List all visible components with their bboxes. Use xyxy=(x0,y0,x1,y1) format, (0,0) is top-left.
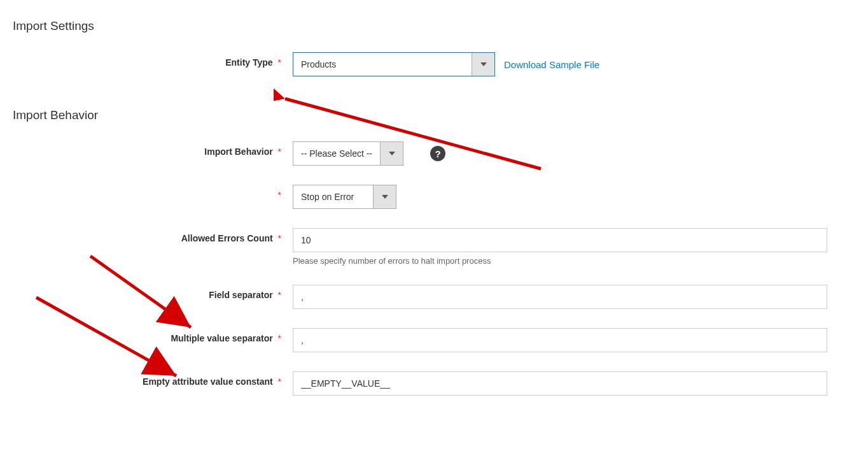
required-mark: * xyxy=(278,333,281,343)
allowed-errors-hint: Please specify number of errors to halt … xyxy=(293,256,827,266)
import-behavior-dropdown-button[interactable] xyxy=(380,142,403,165)
label-multiple-separator: Multiple value separator * xyxy=(13,328,293,343)
import-behavior-select[interactable]: -- Please Select -- xyxy=(293,141,403,166)
import-behavior-value: -- Please Select -- xyxy=(293,142,380,165)
required-mark: * xyxy=(278,290,281,300)
caret-down-icon xyxy=(389,152,395,155)
label-error-strategy: * xyxy=(13,185,293,200)
caret-down-icon xyxy=(382,195,388,199)
download-sample-link[interactable]: Download Sample File xyxy=(504,59,599,70)
required-mark: * xyxy=(278,57,281,68)
caret-down-icon xyxy=(480,62,487,66)
required-mark: * xyxy=(278,190,281,200)
empty-attr-input[interactable] xyxy=(293,371,827,396)
field-separator-input[interactable] xyxy=(293,285,827,309)
required-mark: * xyxy=(278,376,281,387)
label-field-separator: Field separator * xyxy=(13,285,293,300)
section-title-import-settings: Import Settings xyxy=(13,19,853,33)
label-allowed-errors: Allowed Errors Count * xyxy=(13,228,293,243)
multiple-separator-input[interactable] xyxy=(293,328,827,352)
error-strategy-value: Stop on Error xyxy=(293,185,373,208)
label-import-behavior: Import Behavior * xyxy=(13,141,293,157)
required-mark: * xyxy=(278,147,281,157)
allowed-errors-input[interactable] xyxy=(293,228,827,252)
label-empty-attr: Empty attribute value constant * xyxy=(13,371,293,387)
entity-type-select[interactable]: Products xyxy=(293,52,495,76)
section-title-import-behavior: Import Behavior xyxy=(13,108,853,122)
error-strategy-select[interactable]: Stop on Error xyxy=(293,185,396,209)
label-entity-type: Entity Type * xyxy=(13,52,293,68)
help-icon[interactable]: ? xyxy=(430,146,445,161)
required-mark: * xyxy=(278,233,281,243)
error-strategy-dropdown-button[interactable] xyxy=(373,185,396,208)
entity-type-dropdown-button[interactable] xyxy=(472,53,494,76)
entity-type-value: Products xyxy=(293,53,472,76)
